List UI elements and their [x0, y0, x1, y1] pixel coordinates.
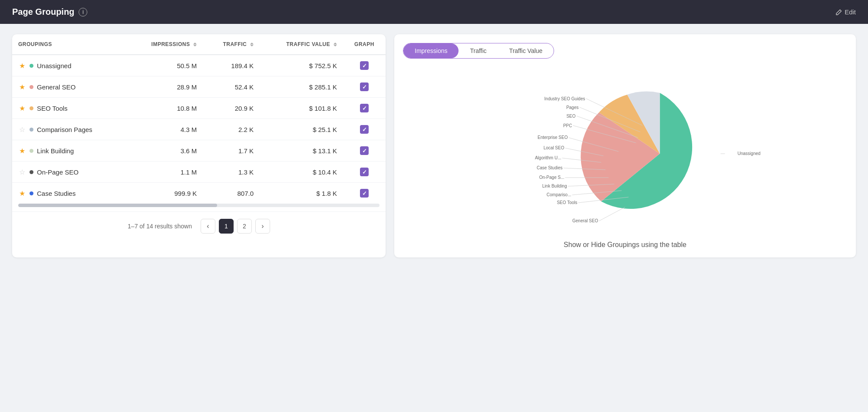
cell-grouping: ★ SEO Tools: [12, 98, 126, 119]
cell-traffic-value: $ 10.4 K: [260, 162, 343, 183]
chart-label-unassigned: Unassigned: [738, 151, 761, 156]
info-icon[interactable]: i: [79, 8, 87, 16]
row-checkbox[interactable]: [360, 82, 369, 91]
prev-page-button[interactable]: ‹: [201, 219, 215, 234]
chart-tab-buttons: Impressions Traffic Traffic Value: [403, 43, 554, 59]
tab-traffic-value[interactable]: Traffic Value: [498, 43, 554, 58]
cell-grouping: ★ General SEO: [12, 76, 126, 98]
chart-hint: Show or Hide Groupings using the table: [403, 241, 847, 249]
cell-graph[interactable]: [343, 98, 386, 119]
cell-graph[interactable]: [343, 162, 386, 183]
cell-impressions: 3.6 M: [126, 140, 203, 162]
chart-label-10: Link Building: [542, 184, 567, 188]
cell-impressions: 4.3 M: [126, 119, 203, 140]
cell-graph[interactable]: [343, 140, 386, 162]
col-header-traffic[interactable]: TRAFFIC: [203, 34, 260, 55]
cell-traffic: 807.0: [203, 183, 260, 204]
edit-icon: [836, 9, 842, 15]
col-header-impressions[interactable]: IMPRESSIONS: [126, 34, 203, 55]
sort-icon-impressions: [193, 43, 197, 46]
chart-label-2: Pages: [566, 105, 578, 110]
cell-graph[interactable]: [343, 183, 386, 204]
cell-impressions: 28.9 M: [126, 76, 203, 98]
page-container: Page Grouping i Edit GROUPINGS IMPRESSIO…: [0, 0, 868, 268]
star-icon[interactable]: ☆: [18, 125, 26, 134]
cell-grouping: ★ Link Building: [12, 140, 126, 162]
cell-graph[interactable]: [343, 119, 386, 140]
row-checkbox[interactable]: [360, 104, 369, 112]
cell-grouping: ★ Case Studies: [12, 183, 126, 204]
table-wrapper: GROUPINGS IMPRESSIONS TRAFFIC: [12, 34, 386, 204]
cell-traffic-value: $ 1.8 K: [260, 183, 343, 204]
star-icon[interactable]: ★: [18, 147, 26, 155]
row-checkbox[interactable]: [360, 61, 369, 70]
cell-grouping: ☆ On-Page SEO: [12, 162, 126, 183]
chart-label-8: Case Studies: [537, 165, 562, 170]
dot-indicator: [30, 149, 33, 153]
table-row: ☆ On-Page SEO 1.1 M 1.3 K $ 10.4 K: [12, 162, 386, 183]
row-checkbox[interactable]: [360, 189, 369, 198]
star-icon[interactable]: ★: [18, 189, 26, 198]
star-icon[interactable]: ★: [18, 104, 26, 112]
row-checkbox[interactable]: [360, 125, 369, 134]
star-icon[interactable]: ☆: [18, 168, 26, 176]
row-checkbox[interactable]: [360, 168, 369, 176]
table-row: ★ Case Studies 999.9 K 807.0 $ 1.8 K: [12, 183, 386, 204]
cell-traffic: 1.3 K: [203, 162, 260, 183]
cell-graph[interactable]: [343, 55, 386, 76]
header-left: Page Grouping i: [12, 7, 87, 17]
star-icon[interactable]: ★: [18, 83, 26, 91]
grouping-name: On-Page SEO: [37, 168, 79, 176]
star-icon[interactable]: ★: [18, 62, 26, 70]
grouping-name: Comparison Pages: [37, 126, 92, 133]
chart-label-general-seo: General SEO: [572, 218, 598, 223]
chart-label-5: Enterprise SEO: [538, 135, 568, 140]
cell-graph[interactable]: [343, 76, 386, 98]
chart-label-1: Industry SEO Guides: [545, 96, 585, 101]
cell-traffic-value: $ 285.1 K: [260, 76, 343, 98]
chart-area: Industry SEO Guides Pages SEO PPC Enterp…: [403, 69, 847, 234]
cell-grouping: ★ Unassigned: [12, 55, 126, 76]
next-page-button[interactable]: ›: [255, 219, 270, 234]
tab-impressions[interactable]: Impressions: [403, 43, 459, 58]
cell-traffic: 1.7 K: [203, 140, 260, 162]
chart-section: Impressions Traffic Traffic Value: [394, 34, 856, 257]
chart-label-11: Compariso...: [547, 192, 571, 197]
cell-traffic: 52.4 K: [203, 76, 260, 98]
chart-label-12: SEO Tools: [557, 200, 577, 205]
dot-indicator: [30, 106, 33, 110]
tab-traffic[interactable]: Traffic: [459, 43, 498, 58]
dot-indicator: [30, 128, 33, 132]
table-header-row: GROUPINGS IMPRESSIONS TRAFFIC: [12, 34, 386, 55]
table-section: GROUPINGS IMPRESSIONS TRAFFIC: [12, 34, 386, 257]
sort-icon-traffic-value: [333, 43, 337, 46]
page-title: Page Grouping: [12, 7, 74, 17]
cell-grouping: ☆ Comparison Pages: [12, 119, 126, 140]
table-row: ★ General SEO 28.9 M 52.4 K $ 285.1 K: [12, 76, 386, 98]
page-2-button[interactable]: 2: [237, 219, 252, 234]
horizontal-scrollbar[interactable]: [18, 204, 380, 207]
page-1-button[interactable]: 1: [219, 219, 234, 234]
scrollbar-thumb: [18, 204, 217, 207]
cell-traffic-value: $ 101.8 K: [260, 98, 343, 119]
row-checkbox[interactable]: [360, 146, 369, 155]
cell-impressions: 1.1 M: [126, 162, 203, 183]
col-header-traffic-value[interactable]: TRAFFIC VALUE: [260, 34, 343, 55]
cell-impressions: 10.8 M: [126, 98, 203, 119]
cell-traffic: 189.4 K: [203, 55, 260, 76]
label-line-general-seo: [599, 207, 625, 221]
table-body: ★ Unassigned 50.5 M 189.4 K $ 752.5 K ★ …: [12, 55, 386, 204]
cell-impressions: 999.9 K: [126, 183, 203, 204]
pagination-row: 1–7 of 14 results shown ‹ 1 2 ›: [12, 211, 386, 241]
main-content: GROUPINGS IMPRESSIONS TRAFFIC: [0, 24, 868, 268]
pie-chart-svg: Industry SEO Guides Pages SEO PPC Enterp…: [403, 69, 847, 234]
header: Page Grouping i Edit: [0, 0, 868, 24]
table-row: ☆ Comparison Pages 4.3 M 2.2 K $ 25.1 K: [12, 119, 386, 140]
grouping-name: Unassigned: [37, 62, 71, 69]
col-header-groupings: GROUPINGS: [12, 34, 126, 55]
edit-button[interactable]: Edit: [836, 8, 856, 16]
chart-label-7: Algorithm U...: [535, 155, 561, 160]
cell-traffic-value: $ 25.1 K: [260, 119, 343, 140]
cell-traffic: 20.9 K: [203, 98, 260, 119]
sort-icon-traffic: [250, 43, 254, 46]
